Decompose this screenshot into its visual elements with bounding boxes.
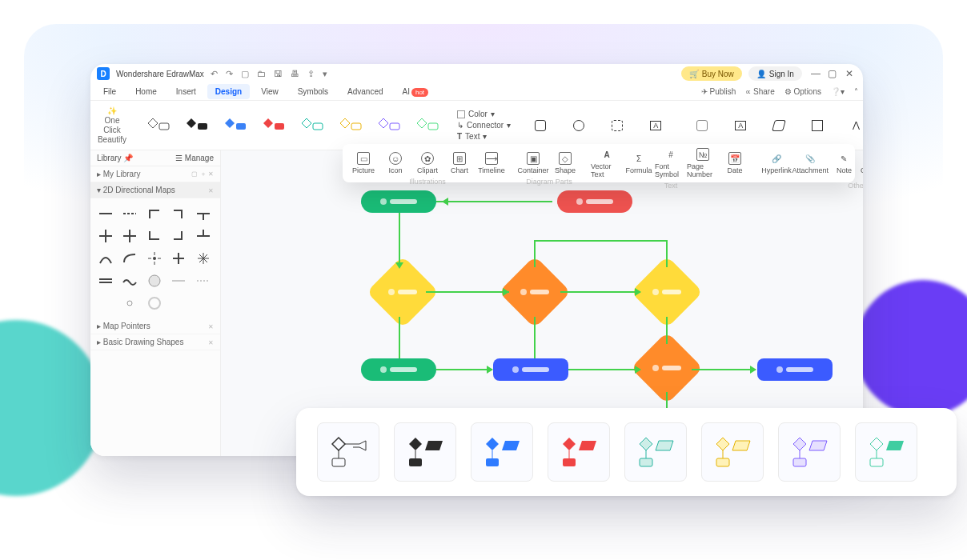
shape-hline-dash[interactable] bbox=[121, 205, 138, 222]
theme-style-3[interactable] bbox=[219, 104, 252, 146]
shape-hline-thin[interactable] bbox=[170, 272, 187, 290]
insert-vector-text[interactable]: AVector Text bbox=[591, 148, 623, 178]
ribbon-shape-3[interactable] bbox=[600, 104, 634, 146]
shape-hline[interactable] bbox=[97, 205, 114, 222]
new-icon[interactable]: ▢ bbox=[241, 69, 249, 79]
ribbon-tool-a[interactable] bbox=[685, 104, 719, 146]
shape-corner-bl[interactable] bbox=[146, 227, 163, 245]
shape-sparkle[interactable] bbox=[146, 250, 163, 267]
insert-font-symbol[interactable]: #Font Symbol bbox=[655, 148, 687, 178]
theme-style-7[interactable] bbox=[372, 104, 406, 146]
close-icon[interactable]: ✕ bbox=[842, 68, 857, 79]
menu-advanced[interactable]: Advanced bbox=[339, 84, 391, 99]
insert-note[interactable]: ✎Note bbox=[828, 152, 860, 174]
menu-symbols[interactable]: Symbols bbox=[290, 84, 336, 99]
print-icon[interactable]: 🖶 bbox=[291, 69, 299, 79]
shape-star[interactable] bbox=[195, 250, 212, 267]
menu-design[interactable]: Design bbox=[207, 84, 250, 99]
insert-chart[interactable]: ⊞Chart bbox=[443, 152, 475, 174]
shape-tee-2[interactable] bbox=[195, 227, 212, 245]
share-button[interactable]: ∝ Share bbox=[745, 87, 774, 96]
shape-corner-br[interactable] bbox=[170, 227, 187, 245]
menu-view[interactable]: View bbox=[253, 84, 287, 99]
style-card-mint[interactable] bbox=[855, 422, 917, 482]
insert-clipart[interactable]: ✿Clipart bbox=[411, 152, 443, 174]
shape-curve[interactable] bbox=[121, 250, 138, 267]
ribbon-tool-c[interactable] bbox=[762, 104, 796, 146]
insert-hyperlink[interactable]: 🔗Hyperlink bbox=[760, 152, 792, 174]
style-card-dark[interactable] bbox=[394, 422, 456, 482]
style-card-outline[interactable] bbox=[317, 422, 379, 482]
flow-node-process-2[interactable] bbox=[493, 358, 568, 381]
library-section-basic[interactable]: ▸ Basic Drawing Shapes✕ bbox=[90, 334, 220, 350]
style-card-red[interactable] bbox=[548, 422, 610, 482]
publish-button[interactable]: ✈ Publish bbox=[701, 87, 736, 96]
library-section-2d[interactable]: ▾ 2D Directional Maps✕ bbox=[90, 182, 220, 198]
shape-corner-tl[interactable] bbox=[146, 205, 163, 222]
style-card-blue[interactable] bbox=[471, 422, 533, 482]
shape-circle-fill[interactable] bbox=[146, 272, 163, 290]
insert-icon[interactable]: ☺Icon bbox=[379, 152, 411, 174]
options-button[interactable]: ⚙ Options bbox=[784, 87, 821, 96]
shape-dot[interactable] bbox=[121, 294, 138, 312]
theme-style-5[interactable] bbox=[295, 104, 329, 146]
connector-dropdown[interactable]: ↳Connector▾ bbox=[457, 121, 511, 130]
save-icon[interactable]: 🖫 bbox=[274, 69, 283, 79]
color-dropdown[interactable]: Color ▾ bbox=[457, 110, 511, 118]
flow-node-start[interactable] bbox=[361, 190, 436, 213]
shape-ring[interactable] bbox=[146, 294, 163, 312]
shape-plus[interactable] bbox=[97, 227, 114, 245]
insert-container[interactable]: ▣Container bbox=[517, 152, 549, 174]
style-card-yellow[interactable] bbox=[701, 422, 764, 482]
buy-now-button[interactable]: 🛒 Buy Now bbox=[681, 66, 742, 81]
shape-dash-thin[interactable] bbox=[195, 272, 212, 290]
ribbon-shape-2[interactable] bbox=[562, 104, 596, 146]
sign-in-button[interactable]: 👤 Sign In bbox=[748, 66, 802, 81]
theme-style-8[interactable] bbox=[411, 104, 444, 146]
more-icon[interactable]: ▾ bbox=[323, 69, 327, 79]
insert-page-number[interactable]: №Page Number bbox=[687, 148, 719, 178]
menu-file[interactable]: File bbox=[95, 84, 124, 99]
shape-tee[interactable] bbox=[195, 205, 212, 222]
shape-arc[interactable] bbox=[97, 250, 114, 267]
shape-dline[interactable] bbox=[97, 272, 114, 290]
export-icon[interactable]: ⇪ bbox=[307, 69, 315, 79]
ribbon-tool-e[interactable]: ⋀ bbox=[839, 104, 863, 146]
help-icon[interactable]: ❔▾ bbox=[831, 87, 845, 96]
flow-node-process-1[interactable] bbox=[361, 358, 436, 381]
maximize-icon[interactable]: ▢ bbox=[825, 68, 840, 79]
ribbon-tool-d[interactable] bbox=[800, 104, 834, 146]
collapse-ribbon-icon[interactable]: ˄ bbox=[854, 87, 858, 96]
menu-ai[interactable]: AIhot bbox=[395, 84, 437, 99]
menu-insert[interactable]: Insert bbox=[168, 84, 204, 99]
library-section-map[interactable]: ▸ Map Pointers✕ bbox=[90, 318, 220, 334]
open-icon[interactable]: 🗀 bbox=[257, 69, 266, 79]
undo-icon[interactable]: ↶ bbox=[211, 69, 218, 79]
shape-wave[interactable] bbox=[121, 272, 138, 290]
theme-style-2[interactable] bbox=[180, 104, 214, 146]
insert-timeline[interactable]: ⟶Timeline bbox=[475, 152, 508, 174]
theme-style-4[interactable] bbox=[257, 104, 291, 146]
theme-style-1[interactable] bbox=[142, 104, 175, 146]
insert-attachment[interactable]: 📎Attachment bbox=[792, 152, 828, 174]
ribbon-shape-4[interactable]: A bbox=[639, 104, 672, 146]
theme-style-6[interactable] bbox=[334, 104, 367, 146]
flow-node-process-3[interactable] bbox=[757, 358, 833, 381]
flow-node-end[interactable] bbox=[557, 190, 632, 213]
shape-plus-2[interactable] bbox=[121, 227, 138, 245]
redo-icon[interactable]: ↷ bbox=[226, 69, 233, 79]
insert-date[interactable]: 📅Date bbox=[719, 152, 751, 174]
shape-corner-tr[interactable] bbox=[170, 205, 187, 222]
style-card-teal[interactable] bbox=[624, 422, 687, 482]
ribbon-shape-1[interactable] bbox=[524, 104, 557, 146]
style-card-purple[interactable] bbox=[778, 422, 841, 482]
text-dropdown[interactable]: TText ▾ bbox=[457, 132, 511, 141]
menu-home[interactable]: Home bbox=[127, 84, 165, 99]
one-click-beautify-button[interactable]: ✨ One Click Beautify bbox=[95, 104, 129, 146]
insert-formula[interactable]: ΣFormula bbox=[623, 152, 655, 174]
library-manage-button[interactable]: ☰ Manage bbox=[175, 154, 214, 162]
ribbon-tool-b[interactable]: A bbox=[724, 104, 757, 146]
minimize-icon[interactable]: — bbox=[809, 68, 823, 79]
insert-picture[interactable]: ▭Picture bbox=[347, 152, 379, 174]
insert-shape[interactable]: ◇Shape bbox=[549, 152, 581, 174]
